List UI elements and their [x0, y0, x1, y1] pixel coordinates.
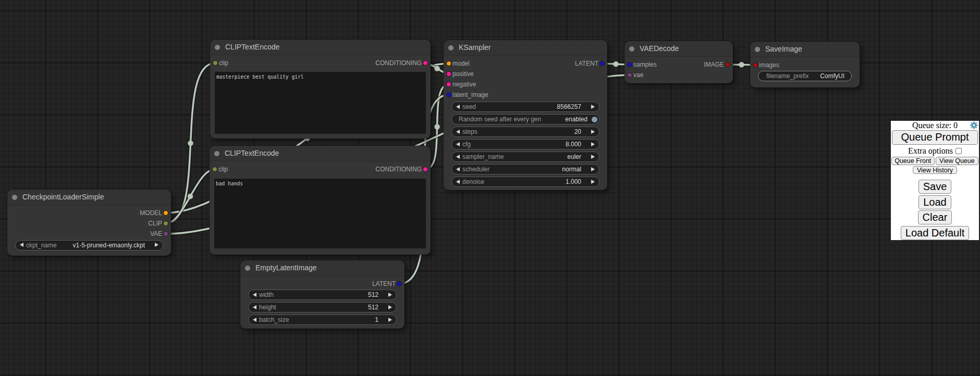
increment-arrow-icon[interactable]	[591, 180, 595, 184]
widget-ckpt-name[interactable]: ckpt_namev1-5-pruned-emaonly.ckpt	[15, 240, 163, 250]
decrement-arrow-icon[interactable]	[253, 318, 256, 322]
decrement-arrow-icon[interactable]	[456, 130, 460, 134]
decrement-arrow-icon[interactable]	[456, 155, 460, 159]
node-title-bar[interactable]: CLIPTextEncode	[210, 146, 431, 161]
decrement-arrow-icon[interactable]	[253, 305, 256, 309]
slot-dot-latent[interactable]	[397, 281, 402, 286]
increment-arrow-icon[interactable]	[591, 130, 595, 134]
load-button[interactable]: Load	[918, 195, 951, 209]
slot-label: CONDITIONING	[375, 58, 422, 68]
node-collapse-dot[interactable]	[215, 45, 220, 50]
slot-dot-negative[interactable]	[446, 82, 451, 87]
slot-dot-vae[interactable]	[627, 72, 632, 78]
link-center-dot[interactable]	[434, 124, 439, 129]
increment-arrow-icon[interactable]	[591, 155, 595, 159]
node-vae-decode[interactable]: VAEDecodesamplesvaeIMAGE	[624, 41, 733, 83]
prompt-textarea[interactable]: bad hands	[214, 179, 426, 249]
node-checkpoint-loader-simple[interactable]: CheckpointLoaderSimpleMODELCLIPVAEckpt_n…	[7, 190, 171, 256]
queue-front-button[interactable]: Queue Front	[891, 157, 935, 165]
input-slot-clip: clip	[210, 164, 309, 174]
widget-random-seed-after-every-gen[interactable]: Random seed after every genenabled	[451, 114, 599, 124]
slot-dot-image[interactable]	[725, 62, 730, 67]
link-center-dot[interactable]	[613, 61, 618, 67]
node-title-bar[interactable]: EmptyLatentImage	[240, 260, 405, 276]
widget-filename-prefix[interactable]: filename_prefixComfyUI	[758, 71, 852, 81]
increment-arrow-icon[interactable]	[155, 243, 158, 247]
widget-value: v1-5-pruned-emaonly.ckpt	[72, 241, 145, 250]
node-collapse-dot[interactable]	[245, 266, 250, 271]
toggle-dot[interactable]	[592, 117, 597, 122]
node-title-bar[interactable]: KSampler	[444, 40, 607, 56]
slot-dot-conditioning[interactable]	[423, 167, 428, 172]
decrement-arrow-icon[interactable]	[20, 243, 23, 247]
slot-label: vae	[633, 70, 643, 80]
slot-dot-model[interactable]	[446, 61, 451, 66]
load-default-button[interactable]: Load Default	[901, 226, 969, 240]
increment-arrow-icon[interactable]	[591, 167, 595, 171]
slot-dot-latent_image[interactable]	[446, 92, 451, 97]
widget-cfg[interactable]: cfg8.000	[451, 139, 599, 149]
gear-icon[interactable]	[970, 121, 978, 130]
slot-dot-samples[interactable]	[627, 62, 632, 67]
widget-value: 512	[368, 290, 378, 299]
slot-dot-clip[interactable]	[163, 221, 168, 226]
link-center-dot[interactable]	[739, 62, 744, 67]
extra-options-checkbox[interactable]	[956, 148, 962, 154]
link-center-dot[interactable]	[188, 194, 193, 199]
decrement-arrow-icon[interactable]	[253, 293, 256, 297]
decrement-arrow-icon[interactable]	[456, 142, 460, 146]
increment-arrow-icon[interactable]	[591, 142, 595, 146]
node-collapse-dot[interactable]	[629, 46, 634, 52]
increment-arrow-icon[interactable]	[591, 105, 595, 109]
node-collapse-dot[interactable]	[448, 45, 454, 51]
increment-arrow-icon[interactable]	[388, 305, 392, 309]
widget-scheduler[interactable]: schedulernormal	[451, 164, 599, 174]
widget-height[interactable]: height512	[248, 302, 397, 312]
node-graph-canvas[interactable]: CheckpointLoaderSimpleMODELCLIPVAEckpt_n…	[0, 0, 980, 376]
link-center-dot[interactable]	[188, 141, 193, 146]
slot-dot-model[interactable]	[163, 210, 168, 216]
output-slot-conditioning: CONDITIONING	[298, 164, 431, 174]
decrement-arrow-icon[interactable]	[456, 180, 460, 184]
node-clip-text-encode-negative[interactable]: CLIPTextEncodeclipCONDITIONINGbad hands	[210, 146, 431, 255]
node-title: EmptyLatentImage	[255, 260, 317, 275]
queue-prompt-button[interactable]: Queue Prompt	[892, 130, 978, 145]
slot-dot-images[interactable]	[753, 62, 758, 68]
node-title-bar[interactable]: SaveImage	[750, 42, 860, 57]
increment-arrow-icon[interactable]	[388, 318, 392, 322]
widget-label: denoise	[462, 177, 484, 186]
extra-options-row: Extra options	[891, 146, 979, 156]
widget-steps[interactable]: steps20	[451, 127, 599, 137]
slot-dot-latent[interactable]	[599, 61, 605, 66]
slot-dot-positive[interactable]	[446, 71, 451, 77]
link-center-dot[interactable]	[434, 66, 439, 71]
node-collapse-dot[interactable]	[755, 47, 760, 52]
slot-dot-conditioning[interactable]	[423, 60, 428, 66]
node-clip-text-encode-positive[interactable]: CLIPTextEncodeclipCONDITIONINGmasterpiec…	[210, 40, 431, 139]
widget-batch-size[interactable]: batch_size1	[248, 315, 397, 325]
clear-button[interactable]: Clear	[918, 210, 952, 224]
widget-denoise[interactable]: denoise1.000	[451, 177, 599, 187]
node-empty-latent-image[interactable]: EmptyLatentImageLATENTwidth512height512b…	[240, 260, 405, 329]
node-collapse-dot[interactable]	[214, 151, 219, 156]
widget-seed[interactable]: seed8566257	[451, 102, 599, 112]
node-title-bar[interactable]: VAEDecode	[624, 41, 733, 57]
decrement-arrow-icon[interactable]	[456, 167, 460, 171]
node-ksampler[interactable]: KSamplermodelpositivenegativelatent_imag…	[444, 40, 607, 190]
increment-arrow-icon[interactable]	[388, 293, 392, 297]
slot-dot-clip[interactable]	[213, 60, 218, 66]
prompt-textarea[interactable]: masterpiece best quality girl	[215, 72, 426, 134]
slot-dot-clip[interactable]	[212, 167, 217, 172]
view-queue-button[interactable]: View Queue	[936, 157, 979, 165]
slot-dot-vae[interactable]	[163, 231, 168, 236]
node-title-bar[interactable]: CLIPTextEncode	[210, 40, 431, 55]
node-collapse-dot[interactable]	[12, 195, 17, 200]
widget-sampler-name[interactable]: sampler_nameeuler	[451, 152, 599, 162]
input-slot-model: model	[444, 58, 517, 69]
decrement-arrow-icon[interactable]	[456, 105, 460, 109]
save-button[interactable]: Save	[918, 180, 952, 194]
node-save-image[interactable]: SaveImageimagesfilename_prefixComfyUI	[750, 42, 860, 87]
node-title-bar[interactable]: CheckpointLoaderSimple	[7, 190, 171, 205]
view-history-button[interactable]: View History	[913, 166, 957, 174]
widget-width[interactable]: width512	[248, 290, 397, 300]
